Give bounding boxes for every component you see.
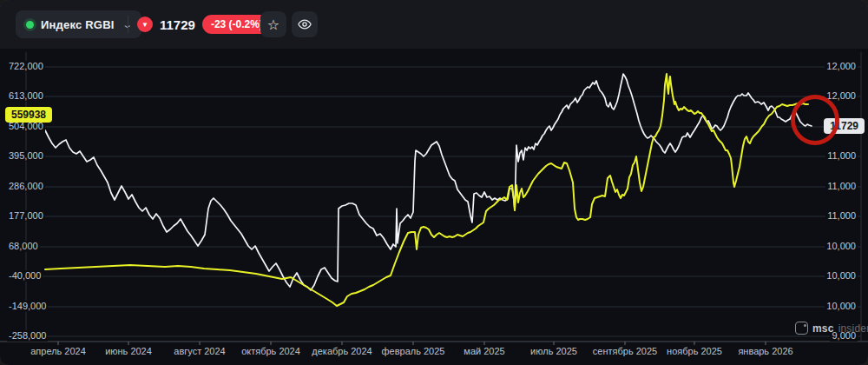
watermark-bold: msc xyxy=(812,322,834,335)
portfolio-value-badge: 559938 xyxy=(5,107,52,123)
right-axis-label: 11,000 xyxy=(825,210,858,222)
left-axis-label: 613,000 xyxy=(7,90,45,102)
chart-plot-area[interactable]: 722,000613,000504,000395,000286,000177,0… xyxy=(0,49,868,365)
right-axis-label: 12,000 xyxy=(825,90,858,102)
left-axis-label: 177,000 xyxy=(7,210,45,222)
price-series-canvas xyxy=(0,0,868,365)
right-axis-label: 11,000 xyxy=(825,150,858,162)
time-axis-label: июнь 2024 xyxy=(105,346,152,356)
left-axis-label: -149,000 xyxy=(7,301,48,312)
left-axis-label: 68,000 xyxy=(7,241,40,252)
msc-insider-logo-icon xyxy=(795,322,808,335)
last-price-badge: 11729 xyxy=(824,118,865,134)
time-axis-label: июль 2025 xyxy=(530,346,577,356)
time-axis-label: декабрь 2024 xyxy=(312,346,372,356)
right-axis-label: 10,000 xyxy=(825,241,858,252)
rgbi-index-line xyxy=(45,74,812,290)
watermark: msc insider xyxy=(795,322,868,335)
time-axis-label: май 2025 xyxy=(464,346,504,356)
time-axis-label: январь 2026 xyxy=(738,346,792,356)
time-axis-label: сентябрь 2025 xyxy=(593,346,657,356)
time-axis-label: февраль 2025 xyxy=(382,346,445,356)
right-axis-label: 10,000 xyxy=(825,270,858,282)
left-axis-label: 722,000 xyxy=(7,61,45,72)
right-axis-label: 11,000 xyxy=(825,181,858,192)
left-axis-label: -258,000 xyxy=(7,330,48,342)
time-axis-label: ноябрь 2025 xyxy=(667,346,722,356)
watermark-light: insider xyxy=(838,322,868,335)
time-axis-label: апрель 2024 xyxy=(30,346,86,356)
portfolio-line xyxy=(45,74,808,306)
chart-window: Индекс RGBI ⌄ ▼ 11729 -23 (-0.2%) ☆ 722,… xyxy=(0,0,868,365)
left-axis-label: 286,000 xyxy=(7,181,45,192)
right-axis-label: 12,000 xyxy=(825,61,858,72)
right-axis-label: 10,000 xyxy=(825,301,858,312)
left-axis-label: -40,000 xyxy=(7,270,43,282)
time-axis-label: октябрь 2024 xyxy=(241,346,300,356)
left-axis-label: 395,000 xyxy=(7,150,45,162)
time-axis-label: август 2024 xyxy=(174,346,225,356)
